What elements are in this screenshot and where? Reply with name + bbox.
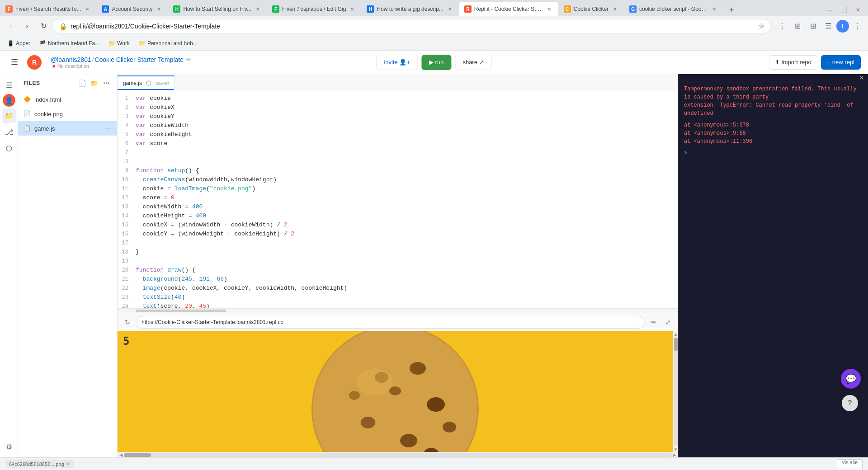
new-repl-button[interactable]: + new repl	[821, 55, 861, 70]
preview-refresh-button[interactable]: ↻	[121, 316, 134, 329]
tab-close-5[interactable]: ✕	[446, 5, 453, 13]
code-line-4: 4 var cookieWidth	[118, 121, 678, 130]
replit-project-name[interactable]: Cookie Clicker Starter Template	[94, 56, 184, 63]
sidebar-icon-files[interactable]: 📁	[2, 108, 16, 123]
bookmark-personal[interactable]: 📁 Personnal and hob...	[135, 38, 201, 49]
chat-bubble-button[interactable]: 💬	[841, 369, 861, 389]
console-close-button[interactable]: ✕	[859, 74, 864, 81]
tab-favicon-4: F	[272, 5, 279, 13]
status-bar: 64c6260d5618652....png ✕ Vis alle	[0, 457, 868, 470]
import-repo-button[interactable]: ⬆ Import repo	[769, 55, 817, 70]
preview-horizontal-scrollbar[interactable]: ◀ ▶	[118, 452, 678, 457]
chrome-menu-button[interactable]: ⋮	[850, 19, 864, 33]
file-more-button[interactable]: ⋯	[101, 78, 112, 89]
bookmark-star-icon[interactable]: ☆	[758, 22, 764, 30]
code-line-11: 11 cookie = loadImage("cookie.png")	[118, 184, 678, 193]
file-item-game-js[interactable]: 📋 game.js ⋯	[18, 121, 117, 136]
tab-how-to-sell[interactable]: H How to Start Selling on Fiv... ✕	[168, 2, 267, 16]
code-tab-status: saved	[156, 80, 169, 86]
html-file-icon: 🔶	[24, 96, 31, 103]
code-horizontal-scrollbar[interactable]	[118, 308, 678, 313]
new-file-button[interactable]: 📄	[77, 78, 88, 89]
code-editor[interactable]: 1 var cookie 2 var cookieX 3 var cookieY	[118, 90, 678, 313]
tab-close-8[interactable]: ✕	[711, 5, 718, 13]
preview-open-new-icon[interactable]: ⤢	[662, 316, 675, 329]
bookmark-apper[interactable]: 📱 Apper	[4, 38, 34, 49]
file-menu-button[interactable]: ⋯	[103, 124, 112, 133]
tab-replit-cookie[interactable]: R Repl.it - Cookie Clicker Star... ✕	[459, 2, 558, 16]
tab-close-7[interactable]: ✕	[611, 5, 618, 13]
js-file-icon: 📋	[24, 125, 31, 132]
preview-edit-icon[interactable]: ✏	[647, 316, 660, 329]
preview-vertical-scrollbar[interactable]: ▲ ▼	[673, 331, 678, 452]
svg-point-7	[400, 434, 417, 447]
tab-google-search[interactable]: G cookie clicker script - Goog... ✕	[624, 2, 723, 16]
tab-title-2: Account Security	[112, 6, 152, 12]
tab-favicon-6: R	[464, 5, 472, 13]
tab-close-6[interactable]: ✕	[546, 5, 553, 13]
work-icon: 📁	[108, 40, 115, 47]
code-tab-game-js[interactable]: game.js saved	[118, 75, 175, 90]
file-item-index-html[interactable]: 🔶 index.html	[18, 92, 117, 107]
help-button[interactable]: ?	[842, 395, 858, 411]
replit-edit-icon[interactable]: ✏	[186, 56, 192, 63]
share-button[interactable]: share ↗	[455, 55, 491, 70]
hscroll-right-arrow[interactable]: ▶	[672, 452, 677, 458]
close-button[interactable]: ✕	[852, 4, 864, 16]
replit-username[interactable]: @loannis2801	[51, 56, 91, 63]
console-prompt-line: >	[684, 149, 863, 157]
tab-fiverr-edit-gig[interactable]: F Fiverr / osplapos / Edit Gig ✕	[267, 2, 361, 16]
sidebar-icon-avatar[interactable]: 👤	[3, 94, 15, 107]
new-folder-button[interactable]: 📁	[89, 78, 100, 89]
new-repl-label: + new repl	[827, 59, 854, 66]
preview-address-bar: ↻ https://Cookie-Clicker-Starter-Templat…	[118, 313, 678, 331]
vscroll-up-arrow[interactable]: ▲	[673, 331, 679, 337]
bookmark-list-icon[interactable]: ☰	[821, 19, 835, 33]
screen-cast-icon[interactable]: ⊞	[790, 19, 805, 33]
sidebar-icon-packages[interactable]: ⬡	[2, 141, 16, 155]
reload-button[interactable]: ↻	[36, 19, 51, 33]
tab-account-security[interactable]: A Account Security ✕	[96, 2, 168, 16]
tab-close-4[interactable]: ✕	[349, 5, 356, 13]
tab-cookie-clicker[interactable]: C Cookie Clicker ✕	[558, 2, 624, 16]
tab-active-indicator	[118, 89, 174, 90]
code-line-20: 20 function draw() {	[118, 266, 678, 275]
vis-alle-button[interactable]: Vis alle	[837, 459, 863, 469]
forward-button[interactable]: ›	[20, 19, 34, 33]
new-tab-button[interactable]: +	[725, 4, 738, 16]
sidebar-icon-menu[interactable]: ☰	[2, 78, 16, 92]
profile-avatar[interactable]: I	[836, 20, 849, 33]
sidebar-icon-settings[interactable]: ⚙	[2, 439, 16, 454]
replit-menu-button[interactable]: ☰	[7, 55, 22, 70]
bookmark-work[interactable]: 📁 Work	[105, 38, 133, 49]
maximize-button[interactable]: ⬜	[837, 4, 850, 16]
vscroll-down-arrow[interactable]: ▼	[673, 446, 679, 452]
status-filename-text: 64c6260d5618652....png	[9, 461, 64, 467]
hscroll-left-arrow[interactable]: ◀	[118, 452, 124, 458]
preview-canvas[interactable]: 5	[118, 331, 673, 452]
sidebar-icons: ☰ 👤 📁 ⎇ ⬡ ⚙	[0, 74, 18, 457]
file-item-cookie-png[interactable]: 📄 cookie.png	[18, 107, 117, 121]
svg-point-12	[349, 391, 360, 400]
sidebar-icon-git[interactable]: ⎇	[2, 125, 16, 139]
tab-fiverr-search[interactable]: F Fiverr / Search Results fo... ✕	[0, 2, 96, 16]
status-close-button[interactable]: ✕	[66, 461, 70, 467]
bookmark-northern-ireland[interactable]: 🏴 Northern Ireland Fa...	[36, 38, 103, 49]
invite-button[interactable]: invite 👤+	[376, 55, 418, 70]
address-input[interactable]: 🔒 repl.it/@loannis2801/Cookie-Clicker-St…	[52, 19, 771, 33]
code-tabs: game.js saved	[118, 74, 678, 90]
tab-how-to-write[interactable]: H How to write a gig descrip... ✕	[361, 2, 458, 16]
code-line-12: 12 score = 0	[118, 193, 678, 202]
back-button[interactable]: ‹	[4, 19, 18, 33]
extensions-button[interactable]: ⋮	[775, 19, 789, 33]
preview-url-bar[interactable]: https://Cookie-Clicker-Starter-Template.…	[137, 316, 645, 329]
preview-section: ↻ https://Cookie-Clicker-Starter-Templat…	[118, 313, 678, 457]
svg-point-6	[361, 417, 375, 428]
tab-close-1[interactable]: ✕	[84, 5, 91, 13]
minimize-button[interactable]: —	[823, 4, 835, 16]
tab-close-2[interactable]: ✕	[155, 5, 162, 13]
code-line-9: 9 function setup() {	[118, 166, 678, 175]
tab-grid-icon[interactable]: ⊞	[806, 19, 820, 33]
tab-close-3[interactable]: ✕	[254, 5, 261, 13]
run-button[interactable]: ▶ run	[421, 55, 451, 70]
